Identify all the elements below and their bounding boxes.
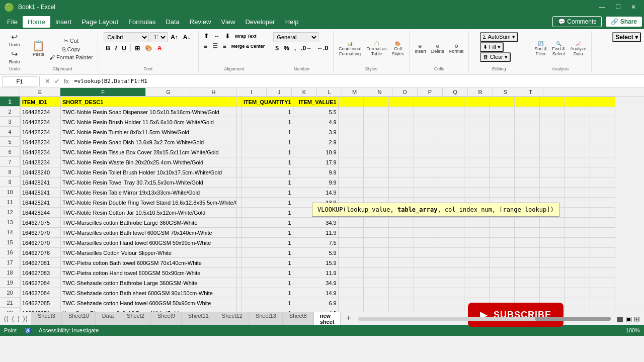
table-cell[interactable]: 1 [242, 198, 293, 208]
table-cell[interactable] [414, 298, 439, 308]
font-size-select[interactable]: 11 [150, 32, 168, 42]
table-cell[interactable] [590, 137, 615, 147]
table-cell[interactable] [439, 147, 464, 157]
table-cell[interactable] [464, 258, 489, 268]
table-cell[interactable] [414, 147, 439, 157]
table-cell[interactable]: 164627081 [21, 258, 61, 268]
table-cell[interactable] [565, 298, 590, 308]
table-cell[interactable]: 1 [242, 268, 293, 278]
table-cell[interactable] [590, 107, 615, 117]
row-num-3[interactable]: 3 [0, 117, 20, 127]
table-cell[interactable]: 14.9 [293, 288, 338, 298]
table-row[interactable]: 164627070TWC-Marseilles cotton Hand towe… [21, 238, 615, 248]
table-cell[interactable] [565, 177, 590, 188]
table-cell[interactable]: 164428241 [21, 188, 61, 198]
table-cell[interactable] [237, 157, 242, 167]
table-cell[interactable] [338, 137, 363, 147]
col-header-H[interactable]: H [191, 88, 236, 96]
col-header-K[interactable]: K [292, 88, 317, 96]
table-cell[interactable] [489, 167, 514, 177]
table-cell[interactable] [464, 188, 489, 198]
row-num-2[interactable]: 2 [0, 107, 20, 117]
table-cell[interactable] [439, 238, 464, 248]
table-cell[interactable] [237, 228, 242, 238]
align-center-button[interactable]: ☰ [210, 42, 220, 50]
table-cell[interactable]: 1 [242, 157, 293, 167]
table-cell[interactable] [565, 167, 590, 177]
table-cell[interactable] [414, 218, 439, 228]
table-cell[interactable] [439, 157, 464, 167]
table-cell[interactable]: 164627085 [21, 298, 61, 308]
table-cell[interactable] [363, 278, 388, 288]
row-num-16[interactable]: 16 [0, 247, 20, 257]
insert-button[interactable]: ⊕Insert [413, 43, 428, 55]
row-num-18[interactable]: 18 [0, 267, 20, 278]
table-cell[interactable] [237, 298, 242, 308]
table-cell[interactable] [489, 127, 514, 137]
table-cell[interactable]: 1 [242, 218, 293, 228]
col-header-R[interactable]: R [468, 88, 493, 96]
table-cell[interactable] [363, 137, 388, 147]
row-num-4[interactable]: 4 [0, 127, 20, 137]
table-cell[interactable] [514, 127, 539, 137]
table-row[interactable]: 164428234TWC-Noble Resin Tissue Box Cove… [21, 147, 615, 157]
table-cell[interactable]: 1 [242, 208, 293, 218]
table-cell[interactable] [338, 308, 363, 312]
table-cell[interactable]: 1 [242, 308, 293, 312]
table-cell[interactable] [338, 127, 363, 137]
table-cell[interactable] [590, 97, 615, 107]
sheet-tab-Sheet3[interactable]: Sheet3 [31, 312, 62, 325]
table-cell[interactable] [590, 157, 615, 167]
table-cell[interactable] [237, 127, 242, 137]
table-cell[interactable] [439, 218, 464, 228]
table-cell[interactable]: 1 [242, 107, 293, 117]
table-cell[interactable]: TWC-Pietra cotton Bath towel 600GSM 70x1… [61, 258, 237, 268]
table-cell[interactable] [464, 278, 489, 288]
table-cell[interactable]: ITEM_VALUE1 [293, 97, 338, 107]
col-header-N[interactable]: N [367, 88, 392, 96]
font-name-select[interactable]: Calibri [104, 32, 149, 42]
copy-button[interactable]: ⎘ Copy [48, 46, 95, 53]
table-cell[interactable] [565, 117, 590, 127]
sheet-tab-first-button[interactable]: ⟨⟨ [2, 315, 10, 323]
menu-item-file[interactable]: File [2, 16, 23, 28]
table-cell[interactable] [565, 308, 590, 312]
table-cell[interactable] [338, 258, 363, 268]
sheet-tab-Sheet9[interactable]: Sheet9 [151, 312, 182, 325]
row-num-19[interactable]: 19 [0, 278, 20, 288]
table-cell[interactable] [414, 137, 439, 147]
decrease-decimal-button[interactable]: ←.0 [315, 44, 330, 52]
table-cell[interactable] [464, 288, 489, 298]
table-cell[interactable] [565, 238, 590, 248]
row-num-1[interactable]: 1 [0, 97, 20, 107]
table-cell[interactable] [363, 97, 388, 107]
table-cell[interactable]: TWC-Noble Resin Tissue Box Cover 28x15.5… [61, 147, 237, 157]
table-cell[interactable] [590, 218, 615, 228]
table-cell[interactable] [514, 218, 539, 228]
table-cell[interactable] [388, 97, 414, 107]
table-row[interactable]: 164627084TWC-Shehzade cotton Bathrobe La… [21, 278, 615, 288]
table-cell[interactable] [464, 218, 489, 228]
table-cell[interactable] [414, 107, 439, 117]
cell-styles-button[interactable]: 🎨CellStyles [390, 40, 407, 57]
page-layout-view-button[interactable]: ▣ [625, 315, 632, 323]
table-cell[interactable] [514, 238, 539, 248]
table-cell[interactable]: TWC-Noble Resin Double Ring Towel Stand … [61, 198, 237, 208]
table-cell[interactable] [539, 278, 565, 288]
table-cell[interactable]: TWC-Marseilles cotton Bathrobe Large 360… [61, 218, 237, 228]
table-cell[interactable] [439, 288, 464, 298]
subscribe-overlay[interactable]: ▶ SUBSCRIBE [468, 303, 564, 327]
table-cell[interactable] [590, 127, 615, 137]
table-row[interactable]: 164428241TWC-Noble Resin Table Mirror 19… [21, 188, 615, 198]
table-cell[interactable] [237, 188, 242, 198]
table-cell[interactable] [539, 117, 565, 127]
table-cell[interactable] [464, 157, 489, 167]
table-cell[interactable] [539, 127, 565, 137]
table-cell[interactable] [388, 188, 414, 198]
row-num-9[interactable]: 9 [0, 177, 20, 187]
table-cell[interactable] [590, 228, 615, 238]
table-cell[interactable] [565, 107, 590, 117]
table-row[interactable]: 164627081TWC-Pietra cotton Bath towel 60… [21, 258, 615, 268]
table-cell[interactable] [514, 268, 539, 278]
sheet-tab-last-button[interactable]: ⟩⟩ [21, 315, 29, 323]
